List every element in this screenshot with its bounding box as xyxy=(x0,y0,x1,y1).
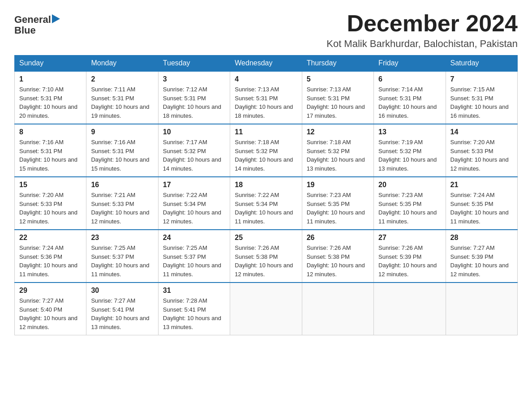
day-number: 25 xyxy=(235,234,297,242)
header-thursday: Thursday xyxy=(302,56,373,72)
day-info: Sunrise: 7:16 AMSunset: 5:31 PMDaylight:… xyxy=(19,138,82,173)
day-number: 10 xyxy=(163,128,225,136)
day-info: Sunrise: 7:26 AMSunset: 5:38 PMDaylight:… xyxy=(235,244,297,278)
header-tuesday: Tuesday xyxy=(158,56,230,72)
table-row xyxy=(446,283,517,335)
day-number: 7 xyxy=(450,75,513,83)
logo-general: General xyxy=(14,14,51,25)
table-row: 5Sunrise: 7:13 AMSunset: 5:31 PMDaylight… xyxy=(302,71,373,124)
day-info: Sunrise: 7:22 AMSunset: 5:34 PMDaylight:… xyxy=(163,191,225,226)
table-row: 29Sunrise: 7:27 AMSunset: 5:40 PMDayligh… xyxy=(15,283,86,335)
page-header: General Blue December 2024 Kot Malik Bar… xyxy=(14,11,518,50)
day-number: 18 xyxy=(235,181,297,189)
header-saturday: Saturday xyxy=(446,56,517,72)
day-number: 21 xyxy=(450,181,513,189)
table-row xyxy=(230,283,302,335)
calendar-header-row: Sunday Monday Tuesday Wednesday Thursday… xyxy=(15,56,518,72)
table-row: 9Sunrise: 7:16 AMSunset: 5:31 PMDaylight… xyxy=(86,124,158,177)
table-row: 17Sunrise: 7:22 AMSunset: 5:34 PMDayligh… xyxy=(158,177,230,230)
day-info: Sunrise: 7:25 AMSunset: 5:37 PMDaylight:… xyxy=(163,244,225,278)
table-row: 6Sunrise: 7:14 AMSunset: 5:31 PMDaylight… xyxy=(374,71,446,124)
table-row: 10Sunrise: 7:17 AMSunset: 5:32 PMDayligh… xyxy=(158,124,230,177)
day-info: Sunrise: 7:22 AMSunset: 5:34 PMDaylight:… xyxy=(235,191,297,226)
day-info: Sunrise: 7:19 AMSunset: 5:32 PMDaylight:… xyxy=(378,138,441,173)
header-friday: Friday xyxy=(374,56,446,72)
day-number: 17 xyxy=(163,181,225,189)
svg-marker-0 xyxy=(52,14,60,23)
day-number: 11 xyxy=(235,128,297,136)
day-number: 1 xyxy=(19,75,82,83)
table-row: 18Sunrise: 7:22 AMSunset: 5:34 PMDayligh… xyxy=(230,177,302,230)
day-info: Sunrise: 7:27 AMSunset: 5:41 PMDaylight:… xyxy=(91,296,153,331)
table-row: 15Sunrise: 7:20 AMSunset: 5:33 PMDayligh… xyxy=(15,177,86,230)
logo-arrow-icon xyxy=(52,14,60,23)
day-number: 22 xyxy=(19,234,82,242)
table-row: 31Sunrise: 7:28 AMSunset: 5:41 PMDayligh… xyxy=(158,283,230,335)
day-info: Sunrise: 7:20 AMSunset: 5:33 PMDaylight:… xyxy=(450,138,513,173)
day-info: Sunrise: 7:23 AMSunset: 5:35 PMDaylight:… xyxy=(378,191,441,226)
day-number: 19 xyxy=(307,181,369,189)
day-info: Sunrise: 7:13 AMSunset: 5:31 PMDaylight:… xyxy=(307,85,369,120)
day-info: Sunrise: 7:21 AMSunset: 5:33 PMDaylight:… xyxy=(91,191,153,226)
table-row: 1Sunrise: 7:10 AMSunset: 5:31 PMDaylight… xyxy=(15,71,86,124)
calendar-week-1: 1Sunrise: 7:10 AMSunset: 5:31 PMDaylight… xyxy=(15,71,518,124)
table-row: 11Sunrise: 7:18 AMSunset: 5:32 PMDayligh… xyxy=(230,124,302,177)
table-row: 2Sunrise: 7:11 AMSunset: 5:31 PMDaylight… xyxy=(86,71,158,124)
table-row: 14Sunrise: 7:20 AMSunset: 5:33 PMDayligh… xyxy=(446,124,517,177)
table-row: 8Sunrise: 7:16 AMSunset: 5:31 PMDaylight… xyxy=(15,124,86,177)
day-info: Sunrise: 7:27 AMSunset: 5:39 PMDaylight:… xyxy=(450,244,513,278)
table-row: 21Sunrise: 7:24 AMSunset: 5:35 PMDayligh… xyxy=(446,177,517,230)
table-row: 22Sunrise: 7:24 AMSunset: 5:36 PMDayligh… xyxy=(15,230,86,283)
logo: General Blue xyxy=(14,14,60,36)
calendar-week-4: 22Sunrise: 7:24 AMSunset: 5:36 PMDayligh… xyxy=(15,230,518,283)
day-number: 16 xyxy=(91,181,153,189)
table-row: 24Sunrise: 7:25 AMSunset: 5:37 PMDayligh… xyxy=(158,230,230,283)
header-monday: Monday xyxy=(86,56,158,72)
day-info: Sunrise: 7:13 AMSunset: 5:31 PMDaylight:… xyxy=(235,85,297,120)
table-row: 7Sunrise: 7:15 AMSunset: 5:31 PMDaylight… xyxy=(446,71,517,124)
table-row: 27Sunrise: 7:26 AMSunset: 5:39 PMDayligh… xyxy=(374,230,446,283)
location-title: Kot Malik Barkhurdar, Balochistan, Pakis… xyxy=(326,38,518,50)
day-number: 14 xyxy=(450,128,513,136)
day-number: 23 xyxy=(91,234,153,242)
day-info: Sunrise: 7:24 AMSunset: 5:36 PMDaylight:… xyxy=(19,244,82,278)
day-info: Sunrise: 7:25 AMSunset: 5:37 PMDaylight:… xyxy=(91,244,153,278)
day-info: Sunrise: 7:27 AMSunset: 5:40 PMDaylight:… xyxy=(19,296,82,331)
day-number: 28 xyxy=(450,234,513,242)
table-row: 25Sunrise: 7:26 AMSunset: 5:38 PMDayligh… xyxy=(230,230,302,283)
day-number: 31 xyxy=(163,287,225,295)
header-sunday: Sunday xyxy=(15,56,86,72)
calendar-table: Sunday Monday Tuesday Wednesday Thursday… xyxy=(14,55,518,335)
day-info: Sunrise: 7:20 AMSunset: 5:33 PMDaylight:… xyxy=(19,191,82,226)
day-info: Sunrise: 7:23 AMSunset: 5:35 PMDaylight:… xyxy=(307,191,369,226)
day-number: 26 xyxy=(307,234,369,242)
day-info: Sunrise: 7:17 AMSunset: 5:32 PMDaylight:… xyxy=(163,138,225,173)
table-row: 28Sunrise: 7:27 AMSunset: 5:39 PMDayligh… xyxy=(446,230,517,283)
day-number: 13 xyxy=(378,128,441,136)
day-info: Sunrise: 7:16 AMSunset: 5:31 PMDaylight:… xyxy=(91,138,153,173)
day-number: 2 xyxy=(91,75,153,83)
table-row: 3Sunrise: 7:12 AMSunset: 5:31 PMDaylight… xyxy=(158,71,230,124)
day-number: 3 xyxy=(163,75,225,83)
day-number: 20 xyxy=(378,181,441,189)
day-number: 24 xyxy=(163,234,225,242)
calendar-week-5: 29Sunrise: 7:27 AMSunset: 5:40 PMDayligh… xyxy=(15,283,518,335)
table-row xyxy=(374,283,446,335)
day-info: Sunrise: 7:28 AMSunset: 5:41 PMDaylight:… xyxy=(163,296,225,331)
calendar-week-3: 15Sunrise: 7:20 AMSunset: 5:33 PMDayligh… xyxy=(15,177,518,230)
table-row xyxy=(302,283,373,335)
day-number: 5 xyxy=(307,75,369,83)
table-row: 13Sunrise: 7:19 AMSunset: 5:32 PMDayligh… xyxy=(374,124,446,177)
day-number: 27 xyxy=(378,234,441,242)
table-row: 26Sunrise: 7:26 AMSunset: 5:38 PMDayligh… xyxy=(302,230,373,283)
day-number: 9 xyxy=(91,128,153,136)
day-info: Sunrise: 7:26 AMSunset: 5:39 PMDaylight:… xyxy=(378,244,441,278)
day-number: 12 xyxy=(307,128,369,136)
day-number: 4 xyxy=(235,75,297,83)
day-info: Sunrise: 7:24 AMSunset: 5:35 PMDaylight:… xyxy=(450,191,513,226)
table-row: 23Sunrise: 7:25 AMSunset: 5:37 PMDayligh… xyxy=(86,230,158,283)
day-info: Sunrise: 7:18 AMSunset: 5:32 PMDaylight:… xyxy=(235,138,297,173)
day-number: 15 xyxy=(19,181,82,189)
day-info: Sunrise: 7:14 AMSunset: 5:31 PMDaylight:… xyxy=(378,85,441,120)
day-info: Sunrise: 7:26 AMSunset: 5:38 PMDaylight:… xyxy=(307,244,369,278)
